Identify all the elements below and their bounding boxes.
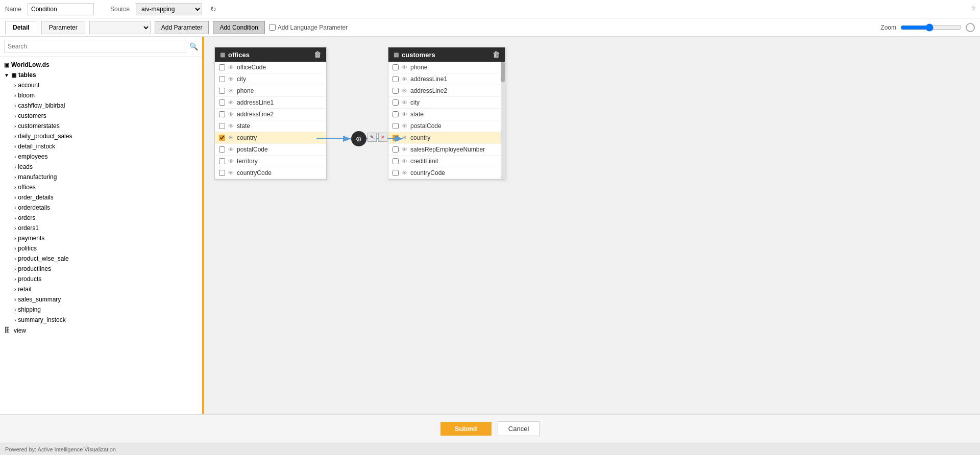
tree-item-daily-product-sales[interactable]: › daily_product_sales: [0, 131, 202, 141]
join-symbol: ⊕: [356, 135, 362, 143]
tree-item-orders[interactable]: › orders: [0, 213, 202, 223]
customers-addressline1-checkbox[interactable]: [393, 76, 399, 82]
tree-item-account[interactable]: › account: [0, 80, 202, 90]
tab-detail[interactable]: Detail: [5, 21, 37, 34]
offices-addressline2-checkbox[interactable]: [219, 111, 225, 117]
tab-parameter[interactable]: Parameter: [41, 21, 85, 34]
eye-icon[interactable]: 👁: [228, 99, 234, 106]
tree-item-detail-instock[interactable]: › detail_instock: [0, 141, 202, 151]
eye-icon[interactable]: 👁: [402, 146, 407, 153]
offices-territory-checkbox[interactable]: [219, 158, 225, 164]
zoom-slider[interactable]: [900, 23, 962, 32]
tree-item-bloom[interactable]: › bloom: [0, 90, 202, 100]
offices-phone-checkbox[interactable]: [219, 88, 225, 94]
tree-item-sales-summary[interactable]: › sales_summary: [0, 294, 202, 305]
main-area: 🔍 ▣ WorldLow.ds ▼ ▦ tables › account › b…: [0, 37, 980, 414]
customers-state-checkbox[interactable]: [393, 111, 399, 117]
customers-delete-icon[interactable]: 🗑: [493, 50, 500, 59]
tree-item-payments[interactable]: › payments: [0, 233, 202, 243]
tab-dropdown[interactable]: [89, 21, 151, 34]
customers-creditlimit-checkbox[interactable]: [393, 158, 399, 164]
tree-item-politics[interactable]: › politics: [0, 243, 202, 254]
eye-icon[interactable]: 👁: [402, 88, 407, 94]
join-edit-button[interactable]: ✎: [368, 133, 377, 142]
eye-icon[interactable]: 👁: [402, 170, 407, 176]
cancel-button[interactable]: Cancel: [498, 421, 540, 436]
refresh-icon[interactable]: ↻: [210, 5, 216, 13]
chevron-right-icon: ›: [14, 185, 16, 190]
source-select[interactable]: aiv-mapping default: [136, 3, 202, 15]
eye-icon[interactable]: 👁: [228, 111, 234, 117]
tree-item-view[interactable]: 🗄 view: [0, 325, 202, 336]
scrollbar-thumb[interactable]: [501, 62, 505, 82]
chevron-right-icon: ›: [14, 236, 16, 241]
eye-icon[interactable]: 👁: [402, 123, 407, 129]
table-row: 👁 territory: [215, 156, 326, 167]
offices-delete-icon[interactable]: 🗑: [314, 50, 321, 59]
customers-phone-checkbox[interactable]: [393, 64, 399, 70]
tree-section-tables[interactable]: ▼ ▦ tables: [0, 70, 202, 80]
offices-officecode-checkbox[interactable]: [219, 64, 225, 70]
tree-item-order-details[interactable]: › order_details: [0, 192, 202, 203]
eye-icon[interactable]: 👁: [228, 76, 234, 82]
tree-item-cashflow[interactable]: › cashflow_bibirbal: [0, 100, 202, 111]
table-row-country: 👁 country: [388, 132, 505, 144]
chevron-right-icon: ›: [14, 246, 16, 251]
tree-item-orderdetails[interactable]: › orderdetails: [0, 203, 202, 213]
tree-root-worldlow[interactable]: ▣ WorldLow.ds: [0, 60, 202, 70]
table-row: 👁 city: [388, 97, 505, 109]
eye-icon[interactable]: 👁: [402, 99, 407, 106]
submit-button[interactable]: Submit: [440, 422, 492, 436]
tree-item-employees[interactable]: › employees: [0, 151, 202, 162]
tree-item-leads[interactable]: › leads: [0, 162, 202, 172]
eye-icon[interactable]: 👁: [402, 158, 407, 164]
eye-icon[interactable]: 👁: [228, 64, 234, 70]
tree-item-retail[interactable]: › retail: [0, 284, 202, 294]
tree-item-shipping[interactable]: › shipping: [0, 305, 202, 315]
eye-icon[interactable]: 👁: [402, 135, 407, 141]
customers-postalcode-checkbox[interactable]: [393, 123, 399, 129]
eye-icon[interactable]: 👁: [228, 123, 234, 129]
name-input[interactable]: [28, 3, 94, 15]
customers-countrycode-checkbox[interactable]: [393, 170, 399, 176]
add-language-checkbox[interactable]: [269, 24, 276, 31]
eye-icon[interactable]: 👁: [402, 64, 407, 70]
tree-item-offices[interactable]: › offices: [0, 182, 202, 192]
tree-item-customerstates[interactable]: › customerstates: [0, 121, 202, 131]
customers-country-checkbox[interactable]: [393, 135, 399, 141]
tree-item-manufacturing[interactable]: › manufacturing: [0, 172, 202, 182]
zoom-section: Zoom: [880, 23, 975, 32]
eye-icon[interactable]: 👁: [402, 76, 407, 82]
tree-item-products[interactable]: › products: [0, 274, 202, 284]
offices-postalcode-checkbox[interactable]: [219, 146, 225, 153]
join-delete-button[interactable]: ✕: [378, 133, 387, 142]
tree-item-summary-instock[interactable]: › summary_instock: [0, 315, 202, 325]
tree-item-customers[interactable]: › customers: [0, 111, 202, 121]
add-parameter-button[interactable]: Add Parameter: [155, 21, 209, 34]
customers-addressline2-checkbox[interactable]: [393, 88, 399, 94]
eye-icon[interactable]: 👁: [402, 111, 407, 117]
add-condition-button[interactable]: Add Condition: [213, 21, 264, 34]
eye-icon[interactable]: 👁: [228, 158, 234, 164]
offices-city-checkbox[interactable]: [219, 76, 225, 82]
offices-countrycode-checkbox[interactable]: [219, 170, 225, 176]
submit-area: Submit Cancel: [0, 414, 980, 443]
scrollbar[interactable]: [501, 62, 505, 179]
eye-icon[interactable]: 👁: [228, 88, 234, 94]
search-input[interactable]: [4, 40, 186, 53]
tree-item-product-wise-sale[interactable]: › product_wise_sale: [0, 254, 202, 264]
offices-addressline1-checkbox[interactable]: [219, 99, 225, 106]
join-node[interactable]: ⊕: [351, 131, 366, 146]
help-icon[interactable]: ?: [971, 5, 975, 13]
tree-item-orders1[interactable]: › orders1: [0, 223, 202, 233]
eye-icon[interactable]: 👁: [228, 146, 234, 153]
customers-salesrep-checkbox[interactable]: [393, 146, 399, 153]
table-row: 👁 state: [388, 109, 505, 120]
search-icon[interactable]: 🔍: [189, 42, 198, 50]
customers-city-checkbox[interactable]: [393, 99, 399, 106]
eye-icon[interactable]: 👁: [228, 135, 234, 141]
eye-icon[interactable]: 👁: [228, 170, 234, 176]
offices-state-checkbox[interactable]: [219, 123, 225, 129]
offices-country-checkbox[interactable]: [219, 135, 225, 141]
tree-item-productlines[interactable]: › productlines: [0, 264, 202, 274]
